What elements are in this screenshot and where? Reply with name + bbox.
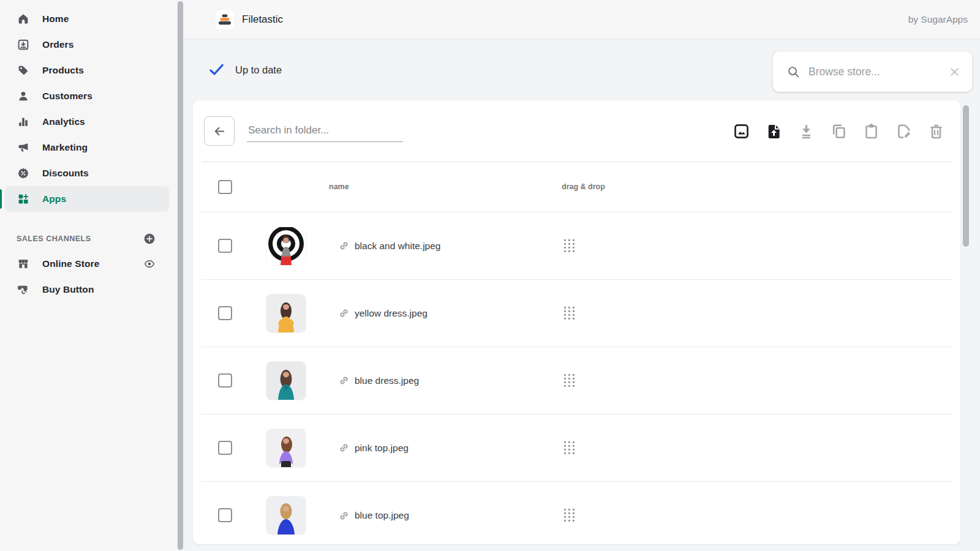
sidebar-item-label: Home: [42, 13, 69, 24]
table-row: blue dress.jpeg: [202, 347, 952, 414]
search-icon: [786, 65, 801, 79]
sidebar-item-label: Online Store: [42, 258, 99, 269]
file-manager-card: name drag & drop black and white.jpeg: [193, 100, 960, 544]
folder-search-input[interactable]: [247, 121, 403, 142]
sidebar-item-customers[interactable]: Customers: [5, 83, 169, 109]
sidebar-item-label: Analytics: [42, 116, 85, 127]
sidebar: Home Orders Products Customers Analytics: [0, 0, 176, 551]
file-name-cell[interactable]: black and white.jpeg: [339, 212, 440, 279]
sidebar-item-online-store[interactable]: Online Store: [5, 251, 169, 277]
sidebar-item-label: Orders: [42, 39, 74, 50]
row-checkbox[interactable]: [218, 239, 232, 253]
folder-toolbar: [193, 100, 960, 162]
table-header: name drag & drop: [202, 162, 952, 212]
file-thumbnail[interactable]: [266, 362, 306, 400]
file-name-cell[interactable]: blue top.jpeg: [339, 482, 409, 544]
customers-icon: [17, 89, 30, 103]
analytics-icon: [17, 115, 30, 129]
sidebar-item-label: Apps: [42, 193, 66, 204]
file-thumbnail[interactable]: [266, 429, 306, 467]
sidebar-item-analytics[interactable]: Analytics: [5, 109, 169, 135]
add-image-button[interactable]: [733, 122, 750, 140]
drag-handle[interactable]: [564, 373, 576, 388]
file-thumbnail[interactable]: [266, 294, 306, 332]
buy-button-icon: [17, 283, 30, 296]
download-button[interactable]: [797, 122, 815, 140]
store-icon: [17, 257, 30, 271]
sidebar-item-apps[interactable]: Apps: [5, 186, 169, 212]
main-area: Filetastic by SugarApps Up to date: [184, 0, 980, 551]
sidebar-item-label: Buy Button: [42, 284, 94, 295]
home-icon: [17, 12, 30, 26]
drag-handle[interactable]: [564, 508, 576, 523]
table-row: black and white.jpeg: [202, 212, 952, 280]
discounts-icon: [17, 167, 30, 180]
toolbar-actions: [733, 122, 945, 140]
link-icon: [339, 375, 349, 386]
rename-button[interactable]: [895, 122, 913, 140]
table-row: yellow dress.jpeg: [202, 280, 952, 347]
page-title: Filetastic: [242, 13, 283, 26]
back-button[interactable]: [204, 116, 235, 146]
drag-handle[interactable]: [564, 441, 576, 455]
column-header-drag: drag & drop: [562, 182, 605, 191]
page-scrollbar[interactable]: [176, 0, 184, 551]
apps-icon: [17, 192, 30, 206]
sidebar-item-orders[interactable]: Orders: [5, 32, 169, 58]
file-name: pink top.jpeg: [355, 443, 409, 454]
status-row: Up to date: [184, 39, 980, 100]
file-name: yellow dress.jpeg: [355, 308, 428, 319]
file-name-cell[interactable]: blue dress.jpeg: [339, 347, 419, 414]
link-icon: [339, 308, 349, 318]
add-sales-channel-button[interactable]: [143, 233, 156, 245]
page-scrollbar-thumb[interactable]: [178, 1, 183, 550]
file-name-cell[interactable]: yellow dress.jpeg: [339, 280, 428, 347]
row-checkbox[interactable]: [218, 373, 232, 388]
link-icon: [339, 241, 349, 251]
row-checkbox[interactable]: [218, 508, 232, 522]
sidebar-item-discounts[interactable]: Discounts: [5, 160, 169, 186]
browse-store-input[interactable]: [809, 66, 948, 78]
sidebar-item-label: Marketing: [42, 142, 88, 153]
check-icon: [208, 62, 225, 78]
products-icon: [17, 64, 30, 77]
copy-button[interactable]: [830, 122, 848, 140]
app-root: Home Orders Products Customers Analytics: [0, 0, 980, 551]
delete-button[interactable]: [927, 122, 945, 140]
sales-channels-header: SALES CHANNELS: [0, 227, 176, 251]
sidebar-item-home[interactable]: Home: [5, 6, 169, 32]
active-indicator: [0, 189, 2, 209]
row-checkbox[interactable]: [218, 306, 232, 320]
sidebar-item-products[interactable]: Products: [5, 58, 169, 83]
add-file-button[interactable]: [765, 122, 783, 140]
file-name: blue top.jpeg: [355, 510, 409, 521]
byline: by SugarApps: [908, 14, 968, 25]
link-icon: [339, 511, 349, 521]
filetastic-logo-icon: [216, 10, 234, 29]
drag-handle[interactable]: [564, 239, 576, 253]
close-icon[interactable]: [948, 66, 961, 78]
orders-icon: [17, 38, 30, 51]
file-thumbnail[interactable]: [266, 497, 306, 534]
sales-channels-title: SALES CHANNELS: [17, 234, 91, 243]
file-name-cell[interactable]: pink top.jpeg: [339, 414, 409, 481]
eye-icon[interactable]: [143, 258, 156, 270]
app-header: Filetastic by SugarApps: [184, 0, 980, 39]
sidebar-item-marketing[interactable]: Marketing: [5, 135, 169, 160]
select-all-checkbox[interactable]: [218, 180, 232, 194]
sidebar-item-label: Products: [42, 65, 84, 76]
table-row: blue top.jpeg: [202, 482, 952, 544]
marketing-icon: [17, 141, 30, 154]
card-scrollbar-thumb[interactable]: [963, 105, 969, 247]
sidebar-item-buy-button[interactable]: Buy Button: [5, 277, 169, 302]
sidebar-item-label: Discounts: [42, 168, 89, 179]
file-thumbnail[interactable]: [266, 227, 306, 265]
drag-handle[interactable]: [564, 306, 576, 321]
row-checkbox[interactable]: [218, 441, 232, 455]
table-row: pink top.jpeg: [202, 414, 952, 482]
file-name: black and white.jpeg: [355, 241, 440, 252]
browse-store-search: [773, 51, 972, 92]
link-icon: [339, 443, 349, 453]
paste-button[interactable]: [862, 122, 880, 140]
status-label: Up to date: [235, 64, 282, 76]
